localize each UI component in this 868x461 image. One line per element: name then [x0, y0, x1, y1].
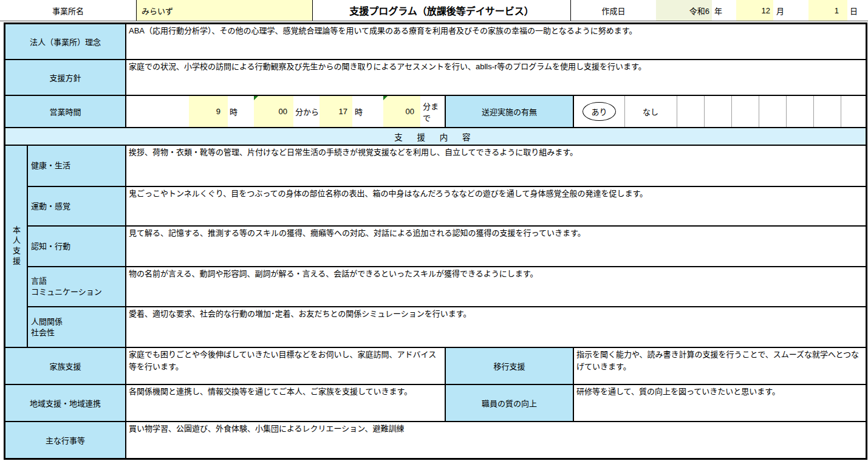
close-minute-field[interactable]: 00: [383, 96, 420, 127]
close-hour-field[interactable]: 17: [320, 96, 352, 127]
events-label: 主な行事等: [5, 422, 126, 459]
main-table: 法人（事業所）理念 ABA（応用行動分析学）、その他の心理学、感覚統合理論等を用…: [4, 22, 867, 460]
personal-row-label-motion: 運動・感覚: [27, 186, 126, 226]
family-support-text[interactable]: 家庭でも困りごとや今後伸ばしていきたい目標などをお伺いし、家庭訪問、アドバイス等…: [126, 347, 445, 384]
open-minute-suffix: 分から: [295, 96, 319, 127]
hours-label: 営業時間: [5, 95, 126, 128]
open-hour-field[interactable]: 9: [189, 96, 228, 127]
transition-support-label: 移行支援: [445, 347, 573, 384]
support-content-band: 支 援 内 容: [5, 128, 866, 145]
era-year-field[interactable]: 令和6: [656, 0, 712, 21]
personal-row-label-cognition: 認知・行動: [27, 226, 126, 267]
personal-row-label-language: 言語 コミュニケーション: [27, 267, 126, 307]
pickup-options-area: あり なし: [573, 95, 866, 128]
pickup-option-yes[interactable]: あり: [574, 96, 624, 127]
close-minute-suffix: 分まで: [423, 96, 445, 127]
community-support-text[interactable]: 各関係機関と連携し、情報交換等を通じてご本人、ご家族を支援していきます。: [126, 384, 445, 422]
created-date-label: 作成日: [571, 0, 656, 21]
personal-row-text-cognition[interactable]: 見て解る、記憶する、推測する等のスキルの獲得、癇癪等への対応、対話による追加され…: [126, 226, 866, 267]
pickup-option-no[interactable]: なし: [624, 96, 677, 127]
error-triangle-icon: [383, 96, 388, 100]
selected-circle[interactable]: あり: [583, 102, 615, 121]
page-title: 支援プログラム（放課後等デイサービス）: [313, 0, 571, 21]
gridline: [731, 96, 732, 127]
personal-row-text-motion[interactable]: 鬼ごっこやトンネルくぐり、目をつぶっての身体の部位名称の表出、箱の中身はなんだろ…: [126, 186, 866, 226]
policy-label: 支援方針: [5, 60, 126, 95]
hours-input-area: 9 時 00 分から 17 時 00 分まで: [126, 95, 445, 128]
gridline: [813, 96, 814, 127]
personal-row-text-language[interactable]: 物の名前が言える、動詞や形容詞、副詞が解る・言える、会話ができるといったスキルが…: [126, 267, 866, 307]
error-triangle-icon: [254, 96, 258, 100]
gridline: [704, 96, 705, 127]
personal-row-label-health: 健康・生活: [27, 145, 126, 186]
month-field[interactable]: 12: [736, 0, 773, 21]
open-minute-field[interactable]: 00: [254, 96, 293, 127]
year-suffix: 年: [712, 0, 736, 21]
gridline: [759, 96, 759, 127]
personal-row-label-social: 人間関係 社会性: [27, 307, 126, 347]
day-field[interactable]: 1: [808, 0, 847, 21]
open-hour-suffix: 時: [230, 96, 238, 127]
policy-text-cell[interactable]: 家庭での状況、小学校の訪問による行動観察及び先生からの聞き取りによるアセスメント…: [126, 60, 866, 95]
header-divider: [0, 21, 868, 21]
close-hour-suffix: 時: [355, 96, 363, 127]
day-suffix: 日: [847, 0, 868, 21]
personal-row-text-health[interactable]: 挨拶、荷物・衣類・靴等の管理、片付けなど日常生活の手続きが視覚支援などを利用し、…: [126, 145, 866, 186]
staff-quality-label: 職員の質の向上: [445, 384, 573, 422]
gridline: [786, 96, 787, 127]
personal-support-group-label: 本人支援: [5, 145, 27, 347]
staff-quality-text[interactable]: 研修等を通して、質の向上を図っていきたいと思います。: [573, 384, 866, 422]
philosophy-label: 法人（事業所）理念: [5, 24, 126, 60]
support-program-sheet: 事業所名 みらいず 支援プログラム（放課後等デイサービス） 作成日 令和6 年 …: [0, 0, 868, 461]
philosophy-text-cell[interactable]: ABA（応用行動分析学）、その他の心理学、感覚統合理論等を用いて成果のある療育を…: [126, 24, 866, 60]
gridline: [841, 96, 841, 127]
personal-row-text-social[interactable]: 愛着、適切な要求、社会的な行動の増加･定着、お友だちとの関係シミュレーションを行…: [126, 307, 866, 347]
month-suffix: 月: [773, 0, 808, 21]
family-support-label: 家族支援: [5, 347, 126, 384]
community-support-label: 地域支援・地域連携: [5, 384, 126, 422]
gridline: [624, 96, 625, 127]
events-text[interactable]: 買い物学習、公園遊び、外食体験、小集団によるレクリエーション、避難訓練: [126, 422, 866, 459]
office-name-label: 事業所名: [0, 0, 137, 21]
office-name-field[interactable]: みらいず: [137, 0, 313, 21]
pickup-label: 送迎実施の有無: [445, 95, 573, 128]
transition-support-text[interactable]: 指示を聞く能力や、読み書き計算の支援を行うことで、スムーズな就学へとつなげていき…: [573, 347, 866, 384]
gridline: [677, 96, 677, 127]
